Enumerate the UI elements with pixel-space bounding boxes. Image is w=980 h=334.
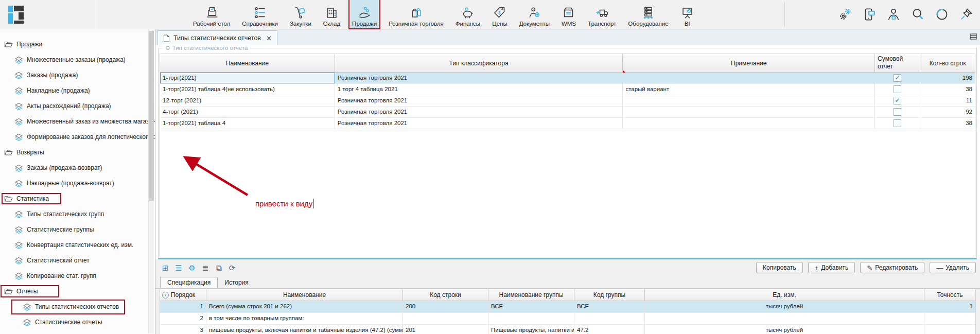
spec-row[interactable]: 3 пищевые продукты, включая напитки и та… [160, 325, 975, 334]
cell-row-code[interactable]: 200 [403, 301, 488, 312]
tab-strip-menu-icon[interactable] [970, 33, 977, 40]
clock-icon[interactable] [934, 7, 950, 22]
spec-row[interactable]: 2 в том числе по товарным группам: [160, 313, 975, 325]
toolbar-item-documents[interactable]: Документы [518, 0, 551, 29]
column-header-group-code[interactable]: Код группы [574, 289, 645, 301]
sidebar-item-zakazy-vozvrat[interactable]: Заказы (продажа-возврат) [0, 160, 155, 175]
cell-classifier[interactable]: Розничная торговля 2021 [335, 95, 623, 106]
toolbar-item-equipment[interactable]: Оборудование [626, 0, 670, 29]
column-header-name[interactable]: Наименование [160, 54, 335, 72]
column-header-order[interactable]: ▾Порядок [160, 289, 206, 301]
cell-count[interactable]: 198 [920, 73, 975, 83]
cell-note[interactable] [623, 107, 875, 117]
sidebar-item-otchety[interactable]: Отчеты [0, 284, 155, 299]
cell-note[interactable] [623, 95, 875, 106]
cell-order[interactable]: 2 [160, 313, 206, 324]
tab-specification[interactable]: Спецификация [160, 277, 218, 288]
copy-button[interactable]: Копировать [756, 262, 803, 273]
sidebar-item-mnozh-zakazy[interactable]: Множественные заказы (продажа) [0, 52, 155, 67]
cell-group-code[interactable]: ВСЕ [574, 301, 645, 312]
sidebar-item-mnozh-zakaz-magaziny[interactable]: Множественный заказ из множества магазин [0, 114, 155, 129]
sum-checkbox[interactable]: ✓ [894, 74, 901, 82]
cell-name[interactable]: 12-торг (2021) [160, 95, 335, 106]
column-header-classifier[interactable]: Тип классификатора [335, 54, 623, 72]
column-header-name[interactable]: Наименование [206, 289, 403, 301]
toolbar-item-catalogs[interactable]: Справочники [240, 0, 279, 29]
cell-name[interactable]: пищевые продукты, включая напитки и таба… [206, 325, 403, 334]
column-header-precision[interactable]: Точность [924, 289, 975, 301]
sidebar-item-tipy-stat-otchetov[interactable]: Типы статистических отчетов [0, 299, 155, 314]
numbered-list-icon[interactable]: ≣ [200, 263, 211, 273]
column-header-row-code[interactable]: Код строки [403, 289, 488, 301]
cell-name[interactable]: 1-торг(2021) таблица 4 [160, 118, 335, 129]
toolbar-item-sales[interactable]: Продажи [351, 0, 378, 29]
edit-button[interactable]: ✎Редактировать [860, 262, 924, 273]
tab-tipy-stat-otchetov[interactable]: Типы статистических отчетов ✕ [157, 30, 277, 45]
cell-classifier[interactable]: Розничная торговля 2021 [335, 107, 623, 117]
grid-view-icon[interactable]: ⊞ [160, 263, 170, 273]
collapse-circle-icon[interactable]: ▾ [162, 292, 169, 298]
export-icon[interactable]: ⧉ [214, 263, 224, 273]
cell-unit[interactable]: тысяч рублей [645, 325, 924, 334]
cell-row-code[interactable] [403, 313, 488, 324]
sidebar-item-kopirovanie-grupp[interactable]: Копирование стат. групп [0, 268, 155, 284]
filter-icon[interactable]: ☰ [173, 263, 184, 273]
sidebar-item-stat-otchet[interactable]: Статистический отчет [0, 253, 155, 268]
sum-checkbox[interactable] [894, 108, 901, 116]
user-lock-icon[interactable] [886, 7, 901, 22]
column-header-note[interactable]: Примечание [623, 54, 875, 72]
table-row[interactable]: 1-торг(2021) таблица 4 Розничная торговл… [160, 118, 975, 129]
table-row[interactable]: 1-торг(2021) таблица 4(не использовать) … [160, 84, 975, 95]
cell-note[interactable]: старый вариант [623, 84, 875, 95]
toolbar-item-wms[interactable]: WMS [560, 0, 577, 29]
cell-name[interactable]: в том числе по товарным группам: [206, 313, 403, 324]
add-button[interactable]: +Добавить [808, 262, 855, 273]
table-row[interactable]: 12-торг (2021) Розничная торговля 2021 ✓… [160, 95, 975, 107]
toolbar-item-desktop[interactable]: Рабочий стол [191, 0, 232, 29]
cell-group-code[interactable]: 47.2 [574, 325, 645, 334]
sidebar-item-vozvraty[interactable]: Возвраты [0, 145, 155, 160]
cell-unit[interactable] [645, 313, 924, 324]
phone-chat-icon[interactable] [862, 7, 877, 22]
sum-checkbox[interactable] [894, 85, 901, 93]
cell-count[interactable]: 92 [920, 107, 975, 117]
toolbar-item-prices[interactable]: $ Цены [491, 0, 509, 29]
cell-classifier[interactable]: 1 торг 4 таблица 2021 [335, 84, 623, 95]
sidebar-item-statistika[interactable]: Статистика [0, 191, 155, 206]
tab-history[interactable]: История [218, 277, 255, 288]
search-icon[interactable] [910, 7, 925, 22]
delete-button[interactable]: —Удалить [930, 262, 976, 273]
cell-group-name[interactable]: ВСЕ [488, 301, 574, 312]
toolbar-item-bi[interactable]: BI [679, 0, 696, 29]
sidebar-item-akty-raskhozhdeniy[interactable]: Акты расхождений (продажа) [0, 98, 155, 114]
table-row[interactable]: 1-торг(2021) Розничная торговля 2021 ✓ 1… [160, 73, 975, 84]
column-header-group-name[interactable]: Наименование группы [488, 289, 574, 301]
tab-close-icon[interactable]: ✕ [266, 34, 272, 42]
sidebar-item-nakladnye-prodazha[interactable]: Накладные (продажа) [0, 83, 155, 98]
cell-group-code[interactable] [574, 313, 645, 324]
cell-name[interactable]: 1-торг(2021) таблица 4(не использовать) [160, 84, 335, 95]
sidebar-item-prodazhi[interactable]: Продажи [0, 37, 155, 52]
toolbar-item-transport[interactable]: Транспорт [586, 0, 618, 29]
sidebar-item-zakazy-prodazha[interactable]: Заказы (продажа) [0, 67, 155, 83]
sidebar-item-stat-gruppy[interactable]: Статистические группы [0, 222, 155, 237]
sidebar-item-tipy-stat-grupp[interactable]: Типы статистических групп [0, 206, 155, 222]
cell-count[interactable]: 38 [920, 84, 975, 95]
column-header-unit[interactable]: Ед. изм. [645, 289, 924, 301]
cell-name[interactable]: 1-торг(2021) [160, 73, 335, 83]
sidebar-item-formirovanie-zakazov[interactable]: Формирование заказов для логистического … [0, 129, 155, 145]
sidebar-item-stat-otchety[interactable]: Статистические отчеты [0, 314, 155, 330]
cell-row-code[interactable]: 201 [403, 325, 488, 334]
cell-count[interactable]: 38 [920, 118, 975, 129]
cell-order[interactable]: 3 [160, 325, 206, 334]
refresh-icon[interactable]: ⟳ [227, 263, 237, 273]
cell-count[interactable]: 11 [920, 95, 975, 106]
cell-name[interactable]: 4-торг (2021) [160, 107, 335, 117]
spec-row[interactable]: 1 Всего (сумма строк 201 и 262) 200 ВСЕ … [160, 301, 975, 313]
cell-precision[interactable]: 1 [924, 301, 975, 312]
sidebar-scrollbar[interactable] [148, 30, 154, 333]
cell-classifier[interactable]: Розничная торговля 2021 [335, 118, 623, 129]
toolbar-item-purchases[interactable]: Закупки [288, 0, 313, 29]
cell-precision[interactable] [924, 313, 975, 324]
cell-classifier[interactable]: Розничная торговля 2021 [335, 73, 623, 83]
